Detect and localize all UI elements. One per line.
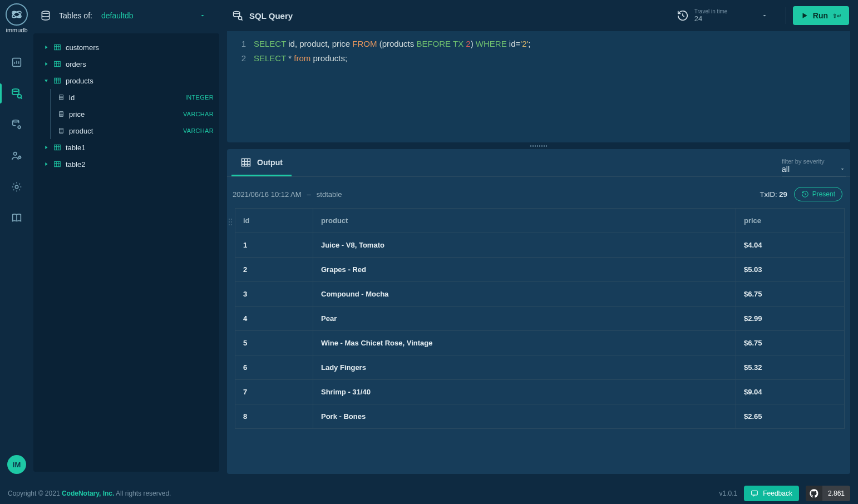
svg-rect-23: [242, 159, 250, 166]
caret-right-icon: [42, 61, 50, 67]
caret-right-icon: [42, 161, 50, 167]
table-icon: [53, 60, 61, 68]
column-product[interactable]: productVARCHAR: [33, 122, 219, 139]
nav-db-settings[interactable]: [0, 111, 33, 138]
nav-dashboard[interactable]: [0, 49, 33, 76]
run-button[interactable]: Run ⇧↵: [793, 6, 849, 25]
svg-rect-16: [55, 61, 61, 66]
table-icon: [240, 157, 252, 168]
table-row[interactable]: 7Shrimp - 31/40$9.04: [235, 380, 845, 404]
history-icon: [801, 190, 809, 198]
company-link[interactable]: CodeNotary, Inc.: [62, 490, 114, 497]
nav-docs[interactable]: [0, 205, 33, 231]
svg-point-10: [19, 156, 21, 159]
nav-users[interactable]: [0, 142, 33, 169]
col-id[interactable]: id: [235, 209, 313, 233]
github-badge[interactable]: 2.861: [806, 486, 850, 501]
column-id[interactable]: idINTEGER: [33, 89, 219, 106]
tab-output[interactable]: Output: [231, 150, 292, 176]
topbar: Tables of: defaultdb SQL Query Travel in…: [33, 0, 858, 31]
svg-point-27: [231, 221, 232, 223]
svg-point-28: [229, 224, 230, 225]
svg-point-6: [18, 95, 21, 98]
run-label: Run: [813, 11, 828, 20]
column-price[interactable]: priceVARCHAR: [33, 106, 219, 122]
footer: Copyright © 2021 CodeNotary, Inc. All ri…: [0, 482, 858, 504]
travel-in-time[interactable]: Travel in time 24: [677, 8, 768, 23]
severity-filter[interactable]: filter by severity all: [782, 158, 846, 176]
table-row[interactable]: 6Lady Fingers$5.32: [235, 355, 845, 380]
svg-rect-15: [55, 45, 61, 50]
table-explorer: customersordersproductsidINTEGERpriceVAR…: [33, 33, 219, 472]
nav-query[interactable]: [0, 80, 33, 107]
svg-point-7: [13, 120, 19, 122]
svg-point-3: [19, 16, 20, 17]
table-row[interactable]: 4Pear$2.99: [235, 307, 845, 331]
table-row[interactable]: 1Juice - V8, Tomato$4.04: [235, 233, 845, 258]
result-source: stdtable: [317, 190, 342, 199]
play-icon: [801, 12, 808, 19]
user-avatar[interactable]: IM: [7, 455, 26, 474]
svg-point-5: [12, 89, 19, 91]
column-icon: [58, 127, 65, 134]
work-area: 1SELECT id, product, price FROM (product…: [227, 31, 850, 474]
drag-grip-icon[interactable]: [227, 208, 234, 429]
table-customers[interactable]: customers: [33, 39, 219, 56]
table-row[interactable]: 3Compound - Mocha$6.75: [235, 282, 845, 307]
divider: [786, 7, 786, 24]
svg-point-12: [42, 11, 49, 13]
caret-down-icon: [42, 78, 50, 83]
svg-rect-21: [55, 145, 61, 150]
table-icon: [53, 43, 61, 51]
github-stars: 2.861: [822, 490, 850, 497]
caret-right-icon: [42, 145, 50, 150]
svg-rect-17: [55, 78, 61, 83]
database-select[interactable]: Tables of: defaultdb: [33, 0, 217, 31]
svg-point-14: [239, 17, 242, 20]
chat-icon: [751, 490, 758, 497]
chevron-down-icon: [761, 12, 768, 19]
result-timestamp: 2021/06/16 10:12 AM: [233, 190, 302, 199]
page-title-area: SQL Query: [217, 9, 677, 22]
filter-label: filter by severity: [782, 158, 846, 165]
chevron-down-icon: [199, 12, 206, 19]
present-button[interactable]: Present: [794, 187, 842, 201]
brand-logo[interactable]: [6, 3, 28, 26]
filter-value: all: [782, 165, 790, 174]
run-shortcut: ⇧↵: [832, 13, 841, 19]
github-icon: [806, 486, 822, 501]
tables-of-label: Tables of:: [59, 11, 92, 20]
column-icon: [58, 94, 65, 101]
svg-point-9: [14, 152, 17, 156]
version: v1.0.1: [719, 490, 738, 497]
travel-value: 24: [694, 14, 756, 23]
caret-right-icon: [42, 45, 50, 50]
table-row[interactable]: 5Wine - Mas Chicet Rose, Vintage$6.75: [235, 331, 845, 355]
svg-point-29: [231, 224, 232, 225]
feedback-button[interactable]: Feedback: [744, 486, 799, 501]
history-icon: [677, 9, 689, 22]
table-orders[interactable]: orders: [33, 56, 219, 72]
column-icon: [58, 111, 65, 117]
nav-settings[interactable]: [0, 174, 33, 200]
table-row[interactable]: 8Pork - Bones$2.65: [235, 404, 845, 429]
svg-point-25: [231, 219, 232, 220]
table-table1[interactable]: table1: [33, 139, 219, 156]
svg-rect-30: [752, 491, 758, 495]
txid: TxID: 29: [760, 190, 787, 199]
chevron-down-icon: [839, 166, 846, 172]
page-title: SQL Query: [249, 11, 293, 21]
table-icon: [53, 160, 61, 168]
col-product[interactable]: product: [313, 209, 736, 233]
output-panel: Output filter by severity all: [227, 149, 850, 474]
table-icon: [53, 144, 61, 151]
nav-rail: immudb IM: [0, 0, 33, 482]
svg-point-2: [13, 12, 14, 13]
table-products[interactable]: products: [33, 72, 219, 89]
table-row[interactable]: 2Grapes - Red$5.03: [235, 258, 845, 282]
table-table2[interactable]: table2: [33, 156, 219, 172]
sql-editor[interactable]: 1SELECT id, product, price FROM (product…: [227, 31, 850, 142]
drag-handle[interactable]: [227, 142, 850, 149]
col-price[interactable]: price: [736, 209, 845, 233]
svg-point-24: [229, 219, 230, 220]
